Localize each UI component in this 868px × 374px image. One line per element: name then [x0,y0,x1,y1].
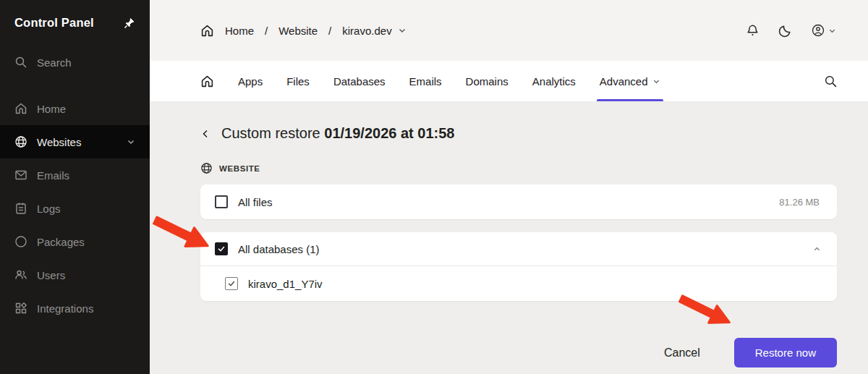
sidebar-item-users[interactable]: Users [0,258,150,292]
restore-now-button[interactable]: Restore now [734,338,837,367]
chevron-left-icon [200,129,210,139]
website-section-label: WEBSITE [200,162,837,174]
sidebar-item-label: Users [37,269,65,281]
sidebar-item-logs[interactable]: Logs [0,192,150,225]
chevron-down-icon [652,77,660,85]
sidebar-nav: Home Websites Emails [0,92,150,325]
cancel-button[interactable]: Cancel [664,347,700,360]
tab-emails[interactable]: Emails [409,61,442,101]
tab-advanced-label: Advanced [600,75,648,88]
search-icon[interactable] [824,75,838,88]
bell-icon[interactable] [746,24,760,38]
sidebar-item-label: Packages [37,236,85,248]
all-files-row: All files 81.26 MB [200,184,837,219]
sidebar-item-websites[interactable]: Websites [0,125,150,158]
app-title: Control Panel [14,16,94,30]
sidebar-item-label: Integrations [37,302,93,315]
chevron-down-icon [398,26,407,35]
mail-icon [14,169,27,182]
chevron-down-icon [828,27,836,35]
all-databases-card: All databases (1) kiravo_d1_Y7iv [200,232,837,301]
user-circle-icon [811,23,825,38]
sidebar-item-emails[interactable]: Emails [0,158,150,192]
check-icon [227,279,236,288]
database-row: kiravo_d1_Y7iv [200,266,837,301]
database-label: kiravo_d1_Y7iv [248,278,323,290]
all-files-label: All files [238,196,273,208]
tab-analytics[interactable]: Analytics [532,61,576,101]
globe-icon [14,135,27,148]
sidebar-search-label: Search [37,56,72,69]
sidebar-item-integrations[interactable]: Integrations [0,292,150,325]
sidebar-header: Control Panel [0,0,150,30]
page-title-regular: Custom restore [221,125,320,141]
breadcrumb-separator: / [328,25,331,37]
breadcrumb-home[interactable]: Home [225,25,254,37]
sidebar-item-label: Websites [37,136,81,148]
tab-advanced[interactable]: Advanced [600,61,660,101]
all-files-checkbox[interactable] [215,195,228,208]
page-title: Custom restore 01/19/2026 at 01:58 [221,125,454,142]
check-icon [217,245,226,253]
collapse-button[interactable] [813,245,821,253]
all-databases-row: All databases (1) [200,232,837,266]
all-databases-checkbox[interactable] [215,242,228,255]
breadcrumb-website[interactable]: Website [278,25,318,37]
sidebar-item-home[interactable]: Home [0,92,150,125]
sidebar-item-label: Logs [37,203,61,215]
tab-apps[interactable]: Apps [238,61,263,101]
logs-icon [14,202,27,215]
sidebar-item-label: Home [37,103,66,115]
main-area: Home / Website / kiravo.dev [150,0,868,374]
tabbar: Apps Files Databases Emails Domains Anal… [150,61,868,101]
all-files-left: All files [215,195,273,208]
sidebar: Control Panel Search Home [0,0,150,374]
content: Custom restore 01/19/2026 at 01:58 WEBSI… [150,101,868,374]
tab-files[interactable]: Files [286,61,310,101]
breadcrumb: Home / Website / kiravo.dev [200,24,407,38]
database-checkbox[interactable] [225,277,238,290]
search-icon [14,56,27,69]
all-files-size: 81.26 MB [779,197,820,208]
breadcrumb-separator: / [265,25,268,37]
footer-actions: Cancel Restore now [664,338,837,367]
section-label-text: WEBSITE [219,164,260,173]
users-icon [14,268,27,281]
topbar-actions [746,23,836,38]
account-menu[interactable] [811,23,836,38]
tab-domains[interactable]: Domains [466,61,509,101]
moon-icon[interactable] [778,24,792,38]
chevron-up-icon [813,245,821,253]
chevron-down-icon [127,137,135,146]
back-button[interactable] [200,129,210,139]
globe-icon [200,162,213,174]
home-icon [14,102,27,115]
pin-icon[interactable] [124,17,135,29]
integrations-icon [14,302,27,315]
tab-databases[interactable]: Databases [333,61,386,101]
tab-home-icon[interactable] [200,75,214,88]
sidebar-item-packages[interactable]: Packages [0,225,150,258]
all-databases-label: All databases (1) [238,243,320,255]
home-icon[interactable] [200,24,214,38]
sidebar-item-label: Emails [37,169,69,182]
page-title-date: 01/19/2026 at 01:58 [324,125,454,141]
page-head: Custom restore 01/19/2026 at 01:58 [200,125,837,142]
breadcrumb-domain[interactable]: kiravo.dev [342,25,406,37]
breadcrumb-domain-label: kiravo.dev [342,25,391,37]
sidebar-search[interactable]: Search [0,47,150,77]
circle-icon [14,235,27,248]
topbar: Home / Website / kiravo.dev [150,0,868,61]
